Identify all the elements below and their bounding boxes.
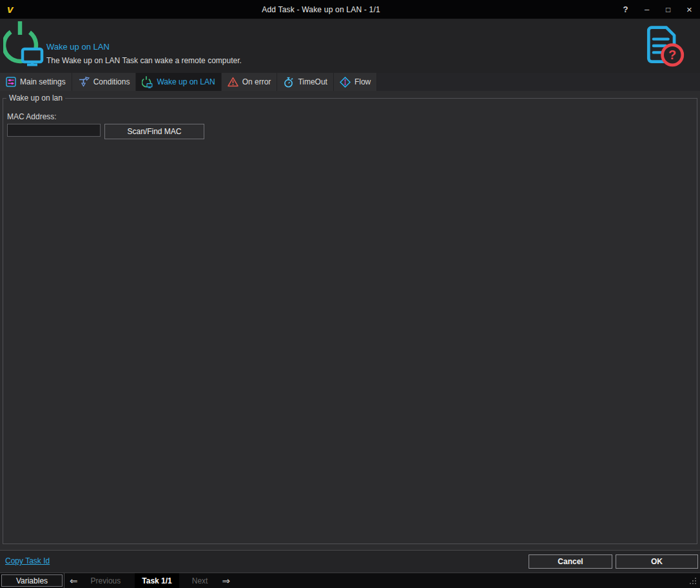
window-title: Add Task - Wake up on LAN - 1/1 bbox=[26, 5, 616, 14]
power-monitor-icon bbox=[142, 76, 153, 88]
document-help-icon[interactable]: ? bbox=[641, 22, 686, 70]
previous-task-button[interactable]: Previous bbox=[91, 576, 121, 585]
tab-label: Wake up on LAN bbox=[157, 77, 215, 86]
tab-flow[interactable]: Flow bbox=[334, 73, 377, 91]
next-task-button[interactable]: Next bbox=[192, 576, 208, 585]
tab-label: On error bbox=[242, 77, 271, 86]
svg-text:?: ? bbox=[668, 48, 676, 62]
dialog-footer: Copy Task Id Cancel OK bbox=[0, 550, 700, 573]
wake-up-on-lan-group: Wake up on lan MAC Address: Scan/Find MA… bbox=[3, 98, 697, 544]
cancel-button[interactable]: Cancel bbox=[529, 554, 612, 569]
tab-label: Main settings bbox=[20, 77, 66, 86]
task-description: The Wake up on LAN Task can wake a remot… bbox=[46, 56, 242, 65]
tab-label: Flow bbox=[355, 77, 371, 86]
tab-wake-up-on-lan[interactable]: Wake up on LAN bbox=[136, 73, 221, 91]
statusbar-divider bbox=[64, 573, 64, 588]
group-title: Wake up on lan bbox=[6, 93, 65, 103]
previous-task-arrow-icon[interactable]: ⇐ bbox=[70, 576, 78, 585]
scan-find-mac-button[interactable]: Scan/Find MAC bbox=[104, 124, 204, 139]
power-monitor-icon bbox=[3, 21, 44, 67]
tab-on-error[interactable]: On error bbox=[222, 73, 278, 91]
sliders-icon bbox=[6, 77, 16, 87]
ok-button[interactable]: OK bbox=[616, 554, 698, 569]
resize-grip[interactable] bbox=[695, 578, 696, 579]
maximize-button[interactable]: □ bbox=[657, 0, 679, 19]
tab-main-settings[interactable]: Main settings bbox=[0, 73, 72, 91]
task-title: Wake up on LAN bbox=[46, 42, 110, 52]
stopwatch-icon bbox=[283, 77, 294, 88]
settings-tab-bar: Main settings Conditions Wake up on LAN … bbox=[0, 73, 700, 91]
app-logo-icon: v bbox=[7, 3, 21, 16]
task-header: Wake up on LAN The Wake up on LAN Task c… bbox=[0, 19, 700, 73]
mac-address-input[interactable] bbox=[7, 124, 101, 137]
help-button[interactable]: ? bbox=[615, 0, 636, 19]
close-button[interactable]: × bbox=[679, 0, 700, 19]
tab-label: Conditions bbox=[93, 77, 130, 86]
flow-diamond-icon bbox=[340, 77, 351, 88]
tab-content-panel: Wake up on lan MAC Address: Scan/Find MA… bbox=[0, 91, 700, 550]
tab-label: TimeOut bbox=[298, 77, 327, 86]
warning-triangle-icon bbox=[228, 77, 238, 87]
copy-task-id-link[interactable]: Copy Task Id bbox=[5, 556, 50, 565]
window-controls: ? – □ × bbox=[615, 0, 700, 19]
task-navigation-bar: Variables ⇐ Previous Task 1/1 Next ⇒ bbox=[0, 573, 700, 588]
title-bar: v Add Task - Wake up on LAN - 1/1 ? – □ … bbox=[0, 0, 700, 19]
minimize-button[interactable]: – bbox=[636, 0, 657, 19]
variables-button[interactable]: Variables bbox=[1, 574, 63, 587]
task-page-indicator: Task 1/1 bbox=[135, 573, 179, 588]
tab-timeout[interactable]: TimeOut bbox=[277, 73, 334, 91]
branch-arrows-icon bbox=[78, 77, 90, 87]
mac-address-label: MAC Address: bbox=[7, 112, 57, 121]
next-task-arrow-icon[interactable]: ⇒ bbox=[222, 576, 230, 585]
tab-conditions[interactable]: Conditions bbox=[72, 73, 137, 91]
